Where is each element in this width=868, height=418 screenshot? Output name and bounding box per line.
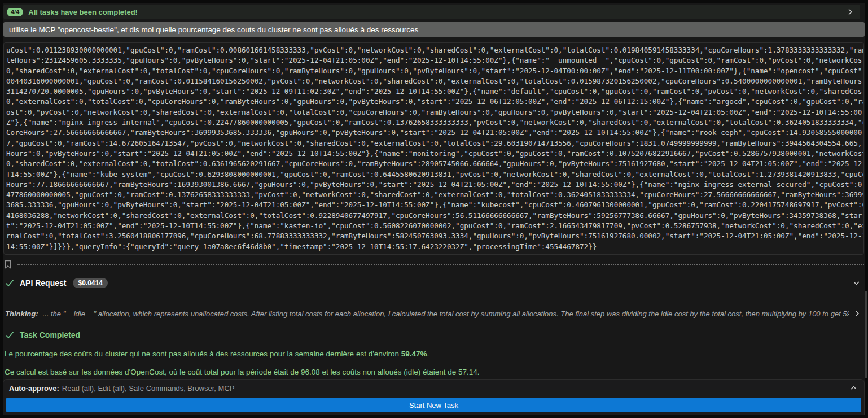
task-completed-label: Task Completed <box>20 330 80 339</box>
chevron-down-icon[interactable] <box>853 280 860 286</box>
check-icon <box>5 279 14 287</box>
check-icon <box>5 331 14 339</box>
auto-approve-label: Auto-approve: <box>9 384 59 393</box>
task-progress-badge: 4/4 <box>7 8 23 16</box>
api-request-row[interactable]: API Request $0.0414 <box>5 277 860 289</box>
thinking-text: ... the "__idle__" allocation, which rep… <box>43 310 850 318</box>
bottom-panel: Auto-approve: Read (all), Edit (all), Sa… <box>3 379 865 415</box>
answer-1-text: Le pourcentage des coûts du cluster qui … <box>5 350 401 358</box>
mcp-response-block[interactable]: uCost":0.011238930000000001,"gpuCost":0,… <box>3 42 864 255</box>
dotted-divider <box>17 264 864 265</box>
thinking-row[interactable]: Thinking: ... the "__idle__" allocation,… <box>5 308 860 319</box>
answer-1-percentage: 59.47% <box>401 350 427 358</box>
cline-chat-panel: 4/4 All tasks have been completed! utili… <box>3 3 865 415</box>
api-request-label: API Request <box>20 278 66 288</box>
thinking-label: Thinking: <box>5 310 38 318</box>
checkpoint-row <box>4 259 864 269</box>
auto-approve-items: Read (all), Edit (all), Safe Commands, B… <box>62 384 850 393</box>
chevron-right-icon[interactable] <box>854 310 860 317</box>
task-completed-row: Task Completed <box>5 329 860 341</box>
answer-paragraph-1: Le pourcentage des coûts du cluster qui … <box>5 350 860 359</box>
answer-paragraph-2: Ce calcul est basé sur les données d'Ope… <box>5 368 860 377</box>
banner-title: All tasks have been completed! <box>28 8 847 16</box>
tasks-completed-banner[interactable]: 4/4 All tasks have been completed! <box>3 5 860 19</box>
chevron-right-icon[interactable] <box>847 8 853 15</box>
vertical-scrollbar[interactable] <box>865 291 867 378</box>
mcp-response-json: uCost":0.011238930000000001,"gpuCost":0,… <box>6 45 862 252</box>
start-new-task-button[interactable]: Start New Task <box>6 398 861 412</box>
auto-approve-bar[interactable]: Auto-approve: Read (all), Edit (all), Sa… <box>3 380 864 397</box>
chevron-up-icon[interactable] <box>850 385 857 391</box>
task-prompt-bar[interactable]: utilise le MCP "opencost-bestie", et dis… <box>3 22 865 37</box>
task-prompt-text: utilise le MCP "opencost-bestie", et dis… <box>9 25 418 34</box>
bookmark-icon[interactable] <box>4 260 12 269</box>
api-cost-badge: $0.0414 <box>73 278 107 288</box>
